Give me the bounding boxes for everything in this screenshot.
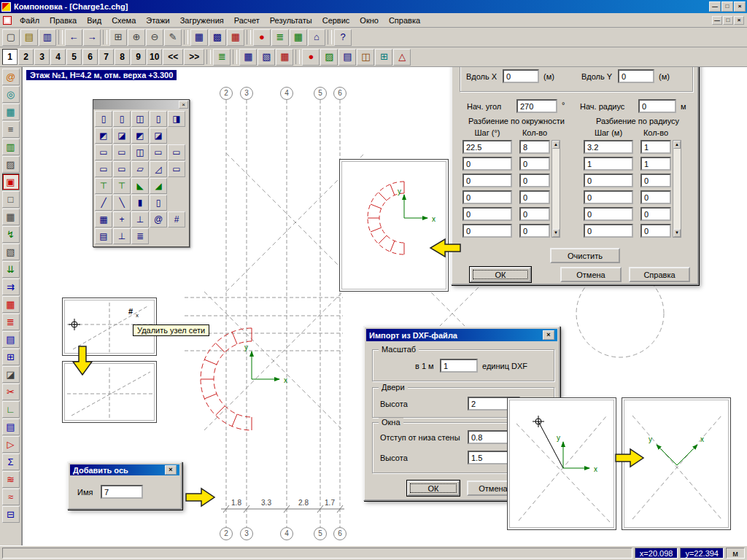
floor-button-5[interactable]: 5: [66, 49, 82, 65]
polar-radius-count-5[interactable]: [640, 224, 671, 238]
arrows-tool-icon[interactable]: ⇉: [2, 279, 20, 295]
polar-circle-step-4[interactable]: [462, 207, 512, 221]
menu-item-9[interactable]: Окно: [355, 14, 384, 27]
roof-icon[interactable]: △: [393, 49, 411, 66]
angle-tool-icon[interactable]: ∟: [2, 401, 20, 418]
pal-polar-icon[interactable]: @: [150, 211, 167, 228]
building-icon[interactable]: ⌂: [308, 29, 325, 46]
levels-icon[interactable]: ≣: [271, 29, 289, 46]
scale-field[interactable]: [440, 359, 478, 373]
pencil-icon[interactable]: ✎: [164, 29, 182, 46]
polar-circle-count-2[interactable]: [519, 174, 550, 187]
node-add-icon[interactable]: #: [168, 211, 185, 228]
pal-table-icon[interactable]: ▤: [95, 228, 112, 244]
menu-item-6[interactable]: Расчет: [229, 14, 265, 27]
scroll-up-icon[interactable]: ▲: [673, 141, 681, 149]
polar-radius-step-5[interactable]: [584, 224, 633, 238]
polar-circle-count-0[interactable]: [519, 140, 550, 154]
polar-circle-step-0[interactable]: [462, 140, 512, 154]
diagram-icon[interactable]: ▨: [320, 49, 338, 66]
next-floors-button[interactable]: >>: [184, 49, 204, 65]
polar-radius-count-3[interactable]: [640, 190, 671, 204]
red-sphere-icon[interactable]: ●: [302, 49, 320, 66]
zoom-out-icon[interactable]: ⊖: [146, 29, 163, 46]
grid-lines-icon[interactable]: ▦: [239, 49, 257, 66]
redo-icon[interactable]: →: [83, 29, 101, 46]
ortho-grid-icon[interactable]: ▦: [190, 29, 208, 46]
zoom-window-icon[interactable]: ⊞: [109, 29, 127, 46]
axis-name-field[interactable]: [101, 485, 143, 499]
polar-circle-step-5[interactable]: [462, 224, 512, 238]
child-minimize-button[interactable]: —: [712, 16, 722, 25]
menu-item-4[interactable]: Этажи: [141, 14, 174, 27]
sum-tool-icon[interactable]: Σ: [2, 454, 20, 470]
context-help-icon[interactable]: ?: [334, 29, 352, 46]
floor-button-10[interactable]: 10: [147, 49, 162, 65]
grid-marks-icon[interactable]: ▧: [258, 49, 275, 66]
wall-diag2-icon[interactable]: ◪: [113, 128, 131, 144]
menu-item-1[interactable]: Правка: [44, 14, 82, 27]
axis-dialog-close-icon[interactable]: ×: [165, 465, 177, 475]
polar-radius-step-0[interactable]: [584, 140, 633, 154]
floor-button-2[interactable]: 2: [18, 49, 34, 65]
column-t-icon[interactable]: ⊤: [95, 178, 112, 194]
copy-tool-icon[interactable]: ⊟: [2, 506, 20, 523]
pal-grid-icon[interactable]: ▦: [95, 211, 112, 228]
menu-item-5[interactable]: Загружения: [175, 14, 229, 27]
rect-tool-icon[interactable]: □: [2, 191, 20, 208]
ok-button[interactable]: ОК: [407, 481, 460, 496]
axis-list-icon[interactable]: ≣: [131, 228, 149, 244]
palette-close-icon[interactable]: ×: [179, 101, 188, 109]
help-button[interactable]: Справка: [629, 267, 690, 282]
prev-floors-button[interactable]: <<: [163, 49, 183, 65]
circle-count-scrollbar[interactable]: ▲ ▼: [551, 140, 560, 238]
column-angle2-icon[interactable]: ◢: [150, 178, 167, 194]
beam-corner-icon[interactable]: ◿: [150, 161, 167, 177]
doors-icon[interactable]: ◫: [357, 49, 374, 66]
polar-radius-count-4[interactable]: [640, 207, 671, 221]
windows-icon[interactable]: ⊞: [375, 49, 392, 66]
beam2-node-icon[interactable]: ▭: [113, 161, 131, 177]
close-button[interactable]: ×: [734, 1, 746, 12]
axis-dialog-titlebar[interactable]: Добавить ось ×: [70, 464, 179, 475]
polar-circle-count-4[interactable]: [519, 207, 550, 221]
dxf-dialog-titlebar[interactable]: Импорт из DXF-файла ×: [366, 329, 557, 341]
polar-grid-tool-icon[interactable]: @: [2, 69, 20, 85]
menu-item-0[interactable]: Файл: [15, 14, 44, 27]
grid-tool-icon[interactable]: ▦: [2, 104, 20, 120]
scroll-down-icon[interactable]: ▼: [552, 229, 560, 237]
radius-count-scrollbar[interactable]: ▲ ▼: [673, 140, 681, 238]
menu-item-7[interactable]: Результаты: [265, 14, 317, 27]
column-node-icon[interactable]: ▯: [150, 195, 167, 211]
column-icon[interactable]: ▮: [131, 195, 149, 211]
start-radius-field[interactable]: [638, 99, 676, 113]
lines-tool-icon[interactable]: ≡: [2, 121, 20, 138]
scroll-up-icon[interactable]: ▲: [552, 141, 560, 149]
table-icon[interactable]: ▦: [290, 29, 307, 46]
dxf-dialog-close-icon[interactable]: ×: [543, 330, 554, 340]
beam2-add-icon[interactable]: ▭: [168, 161, 185, 177]
floor-button-3[interactable]: 3: [34, 49, 50, 65]
wall-node-icon[interactable]: ▯: [113, 111, 131, 127]
polar-radius-step-1[interactable]: [584, 157, 633, 171]
beam-mid-icon[interactable]: ◫: [131, 144, 149, 160]
wall-diag-node-icon[interactable]: ◩: [131, 128, 149, 144]
save-icon[interactable]: ▥: [39, 29, 56, 46]
polar-circle-count-3[interactable]: [519, 190, 550, 204]
table-tool-icon[interactable]: ▤: [2, 331, 20, 348]
along-y-field[interactable]: [618, 69, 654, 83]
menu-item-8[interactable]: Сервис: [317, 14, 355, 27]
beam-icon[interactable]: ▭: [95, 144, 112, 160]
zoom-in-icon[interactable]: ⊕: [128, 29, 145, 46]
open-folder-icon[interactable]: ▤: [20, 29, 38, 46]
add-cell-tool-icon[interactable]: ⊞: [2, 349, 20, 365]
floor-button-7[interactable]: 7: [98, 49, 114, 65]
minimize-button[interactable]: —: [709, 1, 721, 12]
grid-remove-icon[interactable]: ▦: [276, 49, 293, 66]
polar-circle-count-5[interactable]: [519, 224, 550, 238]
polar-circle-count-1[interactable]: [519, 157, 550, 171]
measure-tool-icon[interactable]: ▥: [2, 139, 20, 155]
cancel-button[interactable]: Отмена: [560, 267, 622, 282]
scissors-tool-icon[interactable]: ✂: [2, 384, 20, 400]
polar-radius-step-2[interactable]: [584, 174, 633, 187]
